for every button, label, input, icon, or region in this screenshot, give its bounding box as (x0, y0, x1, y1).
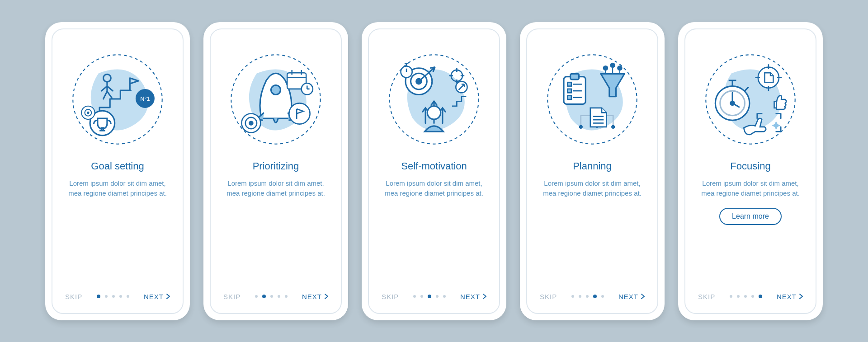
phone-mockup: N°1 Goal setting Lorem ipsum dolor sit d… (45, 22, 190, 320)
screen-title: Self-motivation (401, 160, 467, 172)
pagination-dots (255, 295, 288, 298)
pagination-dot[interactable] (593, 295, 597, 298)
pagination-dot[interactable] (285, 295, 288, 298)
pagination-dot[interactable] (730, 295, 732, 298)
next-button[interactable]: NEXT (460, 293, 486, 300)
svg-rect-30 (567, 82, 571, 86)
pagination-dot[interactable] (413, 295, 416, 298)
screen-title: Planning (573, 160, 612, 172)
pagination-dot[interactable] (97, 295, 100, 298)
svg-rect-32 (567, 89, 571, 92)
pagination-dot[interactable] (737, 295, 740, 298)
screen-title: Prioritizing (253, 160, 299, 172)
motivation-icon (387, 52, 481, 147)
pagination-dot[interactable] (443, 295, 446, 298)
next-button[interactable]: NEXT (618, 293, 645, 300)
onboarding-footer: SKIP NEXT (223, 293, 328, 300)
pagination-dot[interactable] (428, 295, 431, 298)
screen-description: Lorem ipsum dolor sit dim amet, mea regi… (63, 178, 172, 199)
pagination-dots (97, 295, 129, 298)
pagination-dot[interactable] (119, 295, 122, 298)
phone-mockup: Planning Lorem ipsum dolor sit dim amet,… (520, 22, 665, 320)
pagination-dot[interactable] (436, 295, 439, 298)
svg-rect-34 (567, 95, 571, 99)
next-button[interactable]: NEXT (302, 293, 328, 300)
phone-mockup: Self-motivation Lorem ipsum dolor sit di… (362, 22, 506, 320)
pagination-dot[interactable] (744, 295, 747, 298)
pagination-dot[interactable] (255, 295, 258, 298)
pagination-dots (413, 295, 446, 298)
pagination-dot[interactable] (278, 295, 280, 298)
next-button[interactable]: NEXT (144, 293, 170, 300)
pagination-dot[interactable] (105, 295, 108, 298)
onboarding-screen: Planning Lorem ipsum dolor sit dim amet,… (526, 28, 658, 314)
screen-description: Lorem ipsum dolor sit dim amet, mea regi… (222, 178, 330, 199)
skip-button[interactable]: SKIP (223, 293, 241, 300)
svg-point-41 (611, 125, 615, 128)
pagination-dot[interactable] (586, 295, 589, 298)
svg-point-15 (289, 103, 310, 124)
svg-point-7 (87, 111, 89, 113)
screen-description: Lorem ipsum dolor sit dim amet, mea regi… (696, 178, 805, 199)
pagination-dot[interactable] (751, 295, 754, 298)
prioritize-icon (228, 52, 323, 147)
skip-button[interactable]: SKIP (382, 293, 399, 300)
focusing-icon (703, 52, 798, 147)
screen-title: Goal setting (91, 160, 144, 172)
onboarding-footer: SKIP NEXT (540, 293, 645, 300)
svg-point-48 (731, 101, 734, 105)
pagination-dot[interactable] (601, 295, 604, 298)
skip-button[interactable]: SKIP (540, 293, 557, 300)
skip-button[interactable]: SKIP (65, 293, 82, 300)
pagination-dots (730, 295, 762, 298)
svg-point-37 (611, 63, 614, 67)
screen-title: Focusing (730, 160, 770, 172)
goal-icon: N°1 (70, 52, 165, 147)
screen-description: Lorem ipsum dolor sit dim amet, mea regi… (538, 178, 646, 199)
pagination-dot[interactable] (579, 295, 581, 298)
onboarding-screen: Focusing Lorem ipsum dolor sit dim amet,… (684, 28, 816, 314)
skip-button[interactable]: SKIP (698, 293, 715, 300)
pagination-dot[interactable] (127, 295, 129, 298)
learn-more-button[interactable]: Learn more (719, 208, 782, 225)
onboarding-footer: SKIP NEXT (65, 293, 170, 300)
phone-mockup: Focusing Lorem ipsum dolor sit dim amet,… (678, 22, 823, 320)
next-button[interactable]: NEXT (777, 293, 803, 300)
svg-point-18 (249, 121, 254, 126)
onboarding-screen: N°1 Goal setting Lorem ipsum dolor sit d… (52, 28, 184, 314)
planning-icon (545, 52, 640, 147)
onboarding-screen: Prioritizing Lorem ipsum dolor sit dim a… (210, 28, 342, 314)
svg-point-24 (427, 106, 440, 119)
screen-description: Lorem ipsum dolor sit dim amet, mea regi… (380, 178, 488, 199)
svg-point-9 (271, 85, 281, 94)
svg-rect-29 (571, 74, 579, 80)
pagination-dots (571, 295, 604, 298)
onboarding-footer: SKIP NEXT (382, 293, 486, 300)
svg-text:N°1: N°1 (140, 96, 150, 102)
phone-mockup: Prioritizing Lorem ipsum dolor sit dim a… (203, 22, 348, 320)
svg-point-39 (579, 125, 583, 128)
svg-point-36 (604, 66, 607, 70)
svg-point-38 (618, 66, 622, 70)
pagination-dot[interactable] (420, 295, 423, 298)
pagination-dot[interactable] (270, 295, 273, 298)
svg-point-23 (401, 66, 412, 77)
pagination-dot[interactable] (571, 295, 574, 298)
onboarding-footer: SKIP NEXT (698, 293, 803, 300)
pagination-dot[interactable] (759, 295, 762, 298)
onboarding-screen: Self-motivation Lorem ipsum dolor sit di… (368, 28, 500, 314)
pagination-dot[interactable] (112, 295, 115, 298)
pagination-dot[interactable] (262, 295, 266, 298)
